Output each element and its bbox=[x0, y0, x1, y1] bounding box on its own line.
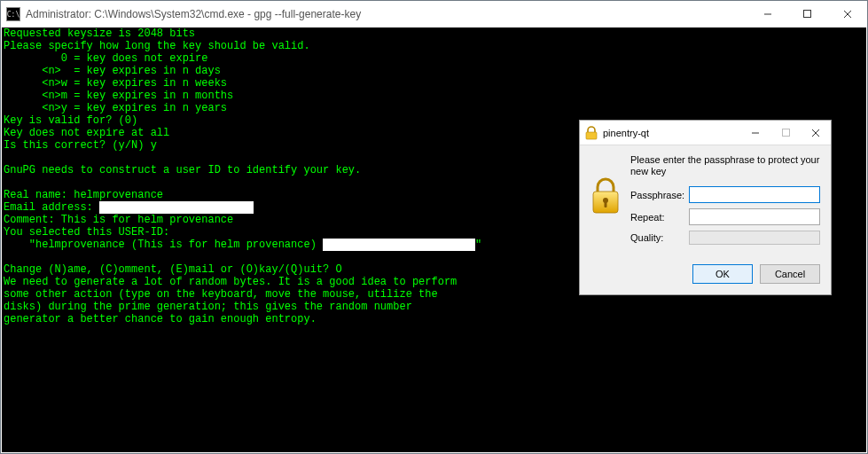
cmd-titlebar[interactable]: C:\ Administrator: C:\Windows\System32\c… bbox=[1, 1, 867, 27]
pinentry-close-button[interactable] bbox=[801, 121, 831, 145]
quality-meter bbox=[689, 231, 820, 245]
lock-icon bbox=[585, 126, 598, 140]
pinentry-description: Please enter the passphrase to protect y… bbox=[630, 154, 820, 177]
lock-large-icon bbox=[590, 177, 621, 215]
cancel-button[interactable]: Cancel bbox=[760, 264, 820, 284]
svg-rect-9 bbox=[605, 201, 607, 207]
maximize-button[interactable] bbox=[787, 1, 827, 27]
redacted-email bbox=[99, 201, 254, 214]
pinentry-title: pinentry-qt bbox=[603, 128, 649, 138]
minimize-button[interactable] bbox=[747, 1, 787, 27]
svg-rect-3 bbox=[586, 132, 597, 139]
pinentry-dialog: pinentry-qt bbox=[579, 120, 832, 295]
maximize-icon bbox=[803, 10, 811, 18]
redacted-userid-email bbox=[323, 239, 475, 251]
cmd-window-title: Administrator: C:\Windows\System32\cmd.e… bbox=[26, 8, 361, 20]
ok-button[interactable]: OK bbox=[692, 264, 753, 284]
cmd-icon: C:\ bbox=[6, 7, 20, 21]
repeat-label: Repeat: bbox=[630, 212, 689, 223]
pinentry-minimize-button[interactable] bbox=[740, 121, 770, 145]
repeat-input[interactable] bbox=[689, 208, 820, 225]
close-icon bbox=[811, 129, 820, 137]
close-button[interactable] bbox=[827, 1, 867, 27]
passphrase-label: Passphrase: bbox=[630, 190, 689, 200]
passphrase-input[interactable] bbox=[689, 186, 820, 203]
minimize-icon bbox=[763, 10, 772, 19]
pinentry-maximize-button bbox=[770, 121, 801, 145]
maximize-icon bbox=[782, 129, 790, 137]
minimize-icon bbox=[751, 129, 760, 137]
close-icon bbox=[843, 10, 852, 19]
quality-label: Quality: bbox=[630, 232, 689, 243]
pinentry-titlebar[interactable]: pinentry-qt bbox=[580, 121, 831, 145]
